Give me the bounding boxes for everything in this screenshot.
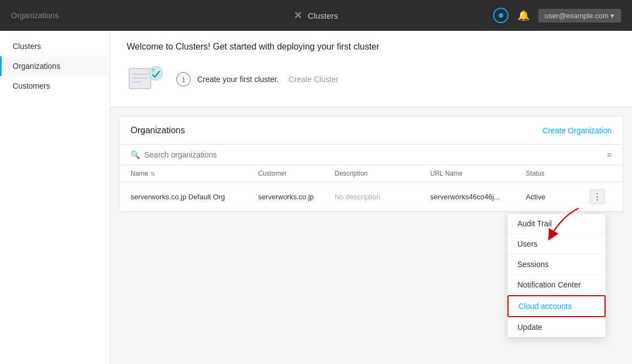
step-info: 1 Create your first cluster. Create Clus… (176, 72, 338, 86)
organizations-section: Organizations Create Organization 🔍 ≡ Na… (119, 116, 623, 212)
th-name: Name ⇅ (131, 170, 258, 177)
row-customer: serverworks.co.jp (258, 193, 334, 201)
user-label: user@example.com ▾ (545, 12, 614, 20)
create-cluster-link[interactable]: Create Cluster (289, 75, 338, 84)
welcome-steps: ? 1 Create your first cluster. Create Cl… (127, 63, 615, 96)
sidebar-item-clusters[interactable]: Clusters (0, 36, 110, 56)
sidebar-item-customers[interactable]: Customers (0, 76, 110, 96)
dropdown-item-users[interactable]: Users (507, 234, 606, 254)
sidebar-organizations-label: Organizations (13, 62, 60, 70)
navbar: Organizations ✕ Clusters 🔔 user@example.… (0, 0, 632, 31)
table-header: Name ⇅ Customer Description URL Name Sta… (120, 165, 623, 182)
navbar-center: ✕ Clusters (294, 9, 338, 21)
row-description: No description (334, 193, 430, 201)
row-status: Active (526, 193, 590, 201)
dropdown-item-audit-trail[interactable]: Audit Trail (507, 214, 606, 234)
sidebar-clusters-label: Clusters (13, 42, 41, 51)
sort-icon: ⇅ (150, 171, 155, 177)
search-input[interactable] (144, 150, 603, 159)
notification-bell-icon[interactable]: 🔔 (517, 9, 530, 21)
row-actions-button[interactable]: ⋮ (590, 189, 605, 204)
navbar-app-name: Clusters (307, 11, 338, 20)
filter-icon[interactable]: ≡ (607, 150, 612, 159)
welcome-banner: Welcome to Clusters! Get started with de… (110, 31, 632, 107)
welcome-illustration-icon: ? (127, 63, 165, 96)
welcome-title: Welcome to Clusters! Get started with de… (127, 42, 615, 52)
svg-point-4 (149, 67, 163, 80)
organizations-title: Organizations (131, 126, 185, 135)
row-url-name: serverworks46co46j... (430, 193, 526, 201)
organizations-header: Organizations Create Organization (120, 117, 623, 145)
user-menu-button[interactable]: user@example.com ▾ (538, 9, 621, 23)
dropdown-item-notification-center[interactable]: Notification Center (507, 275, 606, 295)
table-row: serverworks.co.jp Default Org serverwork… (120, 182, 623, 211)
row-name: serverworks.co.jp Default Org (131, 193, 258, 201)
navbar-brand: Organizations (11, 11, 58, 20)
dropdown-item-sessions[interactable]: Sessions (507, 254, 606, 275)
search-icon: 🔍 (131, 150, 140, 159)
sidebar-customers-label: Customers (13, 82, 50, 90)
navbar-right: 🔔 user@example.com ▾ (493, 8, 621, 23)
dropdown-item-cloud-accounts[interactable]: Cloud accounts (507, 295, 606, 317)
th-actions (590, 170, 612, 177)
sidebar: Clusters Organizations Customers (0, 31, 110, 364)
x-logo-icon: ✕ (294, 9, 302, 21)
step-text: Create your first cluster. (197, 75, 279, 84)
status-circle-inner (499, 13, 503, 18)
dropdown-menu: Audit Trail Users Sessions Notification … (507, 213, 606, 338)
step-number: 1 (176, 72, 191, 86)
th-status: Status (526, 170, 590, 177)
create-organization-button[interactable]: Create Organization (543, 126, 612, 135)
sidebar-item-organizations[interactable]: Organizations (0, 56, 110, 76)
search-bar: 🔍 ≡ (120, 145, 623, 165)
th-url-name: URL Name (430, 170, 526, 177)
th-description: Description (334, 170, 430, 177)
dropdown-item-update[interactable]: Update (507, 317, 606, 337)
th-customer: Customer (258, 170, 334, 177)
main-layout: Clusters Organizations Customers Welcome… (0, 31, 632, 364)
main-content: Welcome to Clusters! Get started with de… (110, 31, 632, 364)
organizations-table: Name ⇅ Customer Description URL Name Sta… (120, 165, 623, 211)
status-circle-icon (493, 8, 509, 23)
svg-text:?: ? (152, 68, 155, 73)
